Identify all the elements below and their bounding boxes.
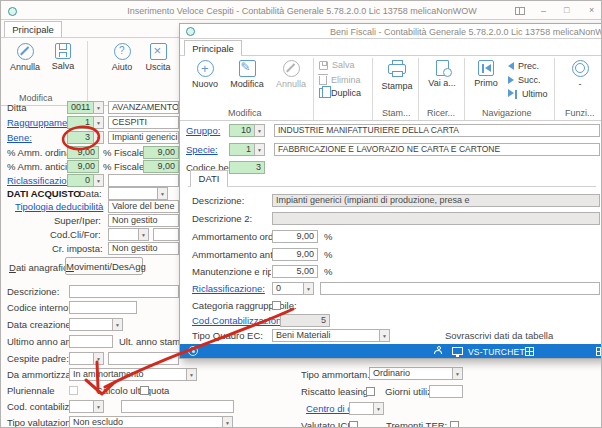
raggruppamento-dropdown-icon[interactable] bbox=[93, 116, 104, 129]
codice-interno-field[interactable] bbox=[69, 301, 137, 314]
valutato-ici-checkbox[interactable] bbox=[349, 421, 358, 428]
raggruppamento-desc-field: CESPITI bbox=[108, 116, 179, 129]
window-a-title: Inserimento Veloce Cespiti - Contabilità… bbox=[1, 6, 602, 16]
riclassificazione-dropdown-icon-a[interactable] bbox=[93, 174, 104, 187]
session-icon[interactable] bbox=[188, 346, 198, 356]
data-creazione-field[interactable] bbox=[69, 318, 113, 331]
specie-dropdown-icon[interactable] bbox=[254, 143, 265, 156]
tab-dati-anagrafici[interactable]: Dati anagrafici bbox=[9, 262, 70, 274]
cod-contabilizzaz-field[interactable] bbox=[69, 400, 94, 413]
bene-dropdown-icon[interactable] bbox=[93, 131, 104, 144]
monitor-icon[interactable] bbox=[452, 347, 463, 355]
user-icon[interactable] bbox=[434, 350, 442, 354]
codice-bene-field[interactable]: 3 bbox=[229, 161, 265, 174]
cod-clifor-field[interactable] bbox=[108, 228, 139, 241]
gruppo-dropdown-icon[interactable] bbox=[254, 124, 265, 137]
tab-principale-a[interactable]: Principale bbox=[4, 21, 62, 38]
stampa-icon bbox=[388, 64, 406, 74]
gruppo-code-field[interactable]: 10 bbox=[229, 124, 255, 137]
aiuto-button[interactable]: Aiuto bbox=[105, 43, 139, 72]
maximize-icon[interactable]: □ bbox=[564, 5, 569, 15]
amm-anticipato-field[interactable]: 9,00 bbox=[67, 160, 99, 173]
raggruppamento-code-field[interactable]: 1 bbox=[67, 116, 94, 129]
tab-dati[interactable]: DATI bbox=[190, 170, 228, 187]
cod-contabilizzazione-link[interactable]: Cod.Contabilizzazione: bbox=[192, 315, 289, 327]
annulla-button-a[interactable]: Annulla bbox=[7, 43, 43, 72]
annulla-icon bbox=[17, 43, 34, 60]
elimina-icon bbox=[319, 76, 327, 85]
vai-a-button[interactable]: Vai a... bbox=[422, 60, 462, 88]
manutenzione-field[interactable]: 5,00 bbox=[272, 265, 318, 278]
cespite-padre-field[interactable] bbox=[69, 352, 94, 365]
descrizione-field-b: Impianti generici (impianti di produzion… bbox=[272, 194, 600, 207]
nuovo-button[interactable]: Nuovo bbox=[186, 60, 224, 89]
da-ammortizzare-field[interactable]: In ammortamento bbox=[69, 368, 187, 381]
da-ammortizzare-dropdown-icon[interactable] bbox=[186, 368, 197, 381]
succ-button[interactable]: Succ. bbox=[508, 75, 541, 85]
super-iper-label: Super/Iper: bbox=[54, 215, 101, 227]
giorni-utilizzo-field[interactable] bbox=[429, 385, 463, 398]
tipo-ammortam-label: Tipo ammortam.: bbox=[301, 369, 364, 381]
funzioni-button[interactable]: - bbox=[562, 60, 598, 89]
elimina-button: Elimina bbox=[319, 74, 361, 85]
riscatto-leasing-checkbox[interactable] bbox=[366, 387, 375, 396]
cespite-padre-dropdown-icon[interactable] bbox=[93, 352, 104, 365]
pluriennale-checkbox[interactable] bbox=[69, 386, 78, 395]
riclassificazione-dropdown-icon-b[interactable] bbox=[303, 282, 314, 295]
close-icon[interactable]: × bbox=[589, 5, 594, 15]
categoria-raggruppabile-checkbox[interactable] bbox=[272, 301, 281, 310]
prec-button[interactable]: Prec. bbox=[508, 61, 539, 71]
data-creazione-dropdown-icon[interactable] bbox=[112, 318, 123, 331]
specie-link[interactable]: Specie: bbox=[186, 144, 218, 156]
gruppo-link[interactable]: Gruppo: bbox=[186, 125, 220, 137]
specie-code-field[interactable]: 1 bbox=[229, 143, 255, 156]
tipo-quadro-dropdown-icon[interactable] bbox=[379, 329, 390, 342]
stampa-button[interactable]: Stampa bbox=[378, 60, 416, 91]
group-funzioni: Funzi... bbox=[565, 108, 595, 118]
sovrascrivi-note[interactable]: Sovrascrivi dati da tabella bbox=[445, 330, 553, 342]
duplica-button[interactable]: Duplica bbox=[319, 88, 361, 98]
ultimo-anno-field[interactable] bbox=[69, 335, 113, 348]
tipo-ammortam-field[interactable]: Ordinario bbox=[369, 367, 453, 380]
descrizione-field-a[interactable] bbox=[69, 285, 179, 298]
cod-contabilizzaz-dropdown-icon[interactable] bbox=[93, 400, 104, 413]
data-acquisto-dropdown-icon[interactable] bbox=[157, 187, 168, 200]
amm-anticipato-field-b[interactable]: 9,00 bbox=[272, 248, 318, 261]
ditta-label: Ditta bbox=[7, 102, 27, 114]
ditta-code-field[interactable]: 0011 bbox=[67, 101, 94, 114]
bene-link[interactable]: Bene: bbox=[7, 132, 32, 144]
data-acquisto-field[interactable] bbox=[108, 187, 158, 200]
tab-movimenti-desagg[interactable]: Movimenti/DesAgg bbox=[65, 257, 143, 275]
centro-di-costo-dropdown-icon[interactable] bbox=[373, 402, 384, 415]
uscita-button[interactable]: Uscita bbox=[141, 43, 175, 72]
tipo-ammortam-dropdown-icon[interactable] bbox=[452, 367, 463, 380]
riclassificazione-field-b[interactable]: 0 bbox=[272, 282, 304, 295]
riclassificazione-field-a[interactable]: 0 bbox=[67, 174, 94, 187]
modifica-button[interactable]: Modifica bbox=[226, 60, 268, 89]
window-menu-icon[interactable] bbox=[515, 7, 525, 15]
tremonti-ter-checkbox[interactable] bbox=[450, 421, 459, 428]
salva-button-a[interactable]: Salva bbox=[45, 43, 81, 71]
grid-icon[interactable] bbox=[525, 347, 534, 356]
amm-ordinario-field[interactable]: 9,00 bbox=[67, 146, 99, 159]
amm-ordinario-field-b[interactable]: 9,00 bbox=[272, 230, 318, 243]
cod-contabilizzaz-desc-field bbox=[121, 400, 234, 413]
calcolo-ult-quota-checkbox[interactable] bbox=[140, 386, 149, 395]
cod-clifor-dropdown-icon[interactable] bbox=[138, 228, 149, 241]
tab-principale-b[interactable]: Principale bbox=[184, 40, 242, 56]
ditta-dropdown-icon[interactable] bbox=[93, 101, 104, 114]
bene-code-field[interactable]: 3 bbox=[67, 131, 94, 144]
grid-icon-partial[interactable] bbox=[596, 347, 602, 356]
riclassificazione-link-b[interactable]: Riclassificazione: bbox=[192, 283, 265, 295]
ultimo-button[interactable]: Ultimo bbox=[508, 89, 548, 99]
group-stampe: Stam... bbox=[382, 108, 411, 118]
tipo-valutazione-dropdown-icon[interactable] bbox=[222, 416, 233, 428]
centro-di-costo-field[interactable] bbox=[349, 402, 374, 415]
minimize-icon[interactable]: – bbox=[541, 6, 546, 16]
fiscale1-field[interactable]: 9,00 bbox=[143, 146, 179, 159]
fiscale2-field[interactable]: 9,00 bbox=[143, 160, 179, 173]
primo-button[interactable]: Primo bbox=[468, 60, 504, 88]
tipologia-deducibilita-link[interactable]: Tipologia deducibilità bbox=[15, 201, 103, 213]
tipo-quadro-field[interactable]: Beni Materiali bbox=[272, 329, 380, 342]
tipo-valutazione-field[interactable]: Non escludo bbox=[69, 416, 223, 428]
